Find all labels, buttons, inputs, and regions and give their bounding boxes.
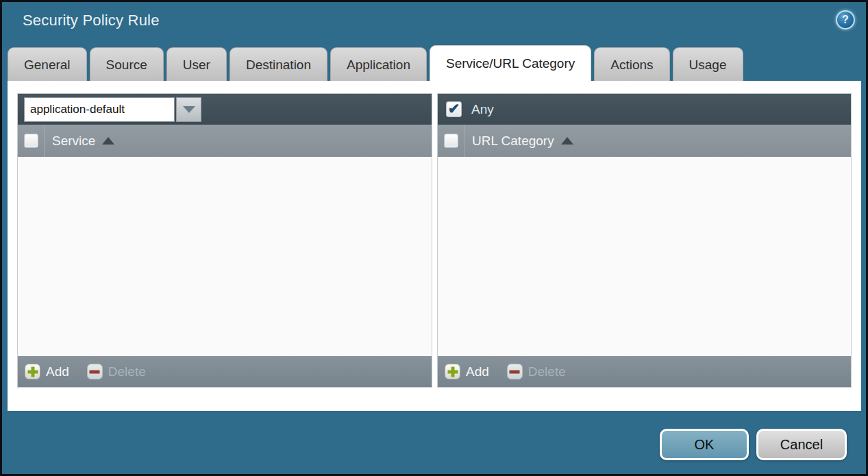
tab-content-area: Service Add Delete ✔ Any bbox=[8, 81, 861, 411]
checkmark-icon: ✔ bbox=[448, 101, 460, 116]
chevron-down-icon bbox=[183, 106, 195, 113]
any-checkbox[interactable]: ✔ bbox=[446, 101, 462, 117]
ok-button[interactable]: OK bbox=[660, 429, 749, 460]
url-category-panel-topbar: ✔ Any bbox=[438, 94, 851, 125]
minus-icon bbox=[507, 364, 523, 379]
service-delete-button[interactable]: Delete bbox=[87, 364, 146, 379]
tab-user[interactable]: User bbox=[166, 47, 227, 81]
tab-actions[interactable]: Actions bbox=[594, 47, 669, 81]
service-panel-topbar bbox=[18, 94, 432, 125]
any-checkbox-label: Any bbox=[471, 102, 494, 117]
sort-ascending-icon bbox=[561, 137, 573, 145]
url-category-column-label: URL Category bbox=[472, 134, 554, 149]
service-type-dropdown bbox=[24, 97, 201, 122]
url-category-panel-footer: Add Delete bbox=[438, 356, 851, 387]
column-divider bbox=[44, 125, 45, 157]
service-column-label: Service bbox=[52, 134, 95, 149]
cancel-button[interactable]: Cancel bbox=[756, 429, 847, 460]
minus-icon bbox=[87, 364, 103, 379]
add-button-label: Add bbox=[46, 364, 69, 379]
service-type-input[interactable] bbox=[24, 97, 175, 122]
url-category-add-button[interactable]: Add bbox=[445, 364, 489, 379]
tab-application[interactable]: Application bbox=[330, 47, 427, 81]
dialog-title: Security Policy Rule bbox=[23, 12, 160, 29]
service-select-all-checkbox[interactable] bbox=[24, 134, 38, 148]
url-category-delete-button[interactable]: Delete bbox=[507, 364, 566, 379]
help-icon[interactable]: ? bbox=[836, 10, 855, 29]
column-divider bbox=[464, 125, 464, 157]
tab-service-url-category[interactable]: Service/URL Category bbox=[430, 45, 591, 81]
tab-destination[interactable]: Destination bbox=[230, 47, 327, 81]
tab-source[interactable]: Source bbox=[90, 47, 164, 81]
service-list-body bbox=[18, 157, 432, 356]
delete-button-label: Delete bbox=[528, 364, 566, 379]
service-panel-footer: Add Delete bbox=[18, 356, 432, 387]
url-category-select-all-checkbox[interactable] bbox=[444, 134, 458, 148]
plus-icon bbox=[25, 364, 40, 379]
tab-usage[interactable]: Usage bbox=[673, 47, 743, 81]
sort-ascending-icon bbox=[102, 137, 114, 145]
tab-bar: General Source User Destination Applicat… bbox=[8, 45, 743, 81]
plus-icon bbox=[445, 364, 460, 379]
url-category-panel: ✔ Any URL Category Add Delete bbox=[437, 93, 852, 388]
service-panel: Service Add Delete bbox=[17, 93, 432, 388]
url-category-column-header[interactable]: URL Category bbox=[438, 125, 851, 157]
service-add-button[interactable]: Add bbox=[25, 364, 69, 379]
url-category-list-body bbox=[438, 157, 851, 356]
add-button-label: Add bbox=[466, 364, 489, 379]
question-mark-glyph: ? bbox=[842, 14, 849, 26]
service-column-header[interactable]: Service bbox=[18, 125, 432, 157]
delete-button-label: Delete bbox=[108, 364, 146, 379]
service-type-dropdown-button[interactable] bbox=[176, 97, 201, 122]
security-policy-rule-dialog: Security Policy Rule ? General Source Us… bbox=[0, 0, 868, 476]
tab-general[interactable]: General bbox=[8, 47, 87, 81]
